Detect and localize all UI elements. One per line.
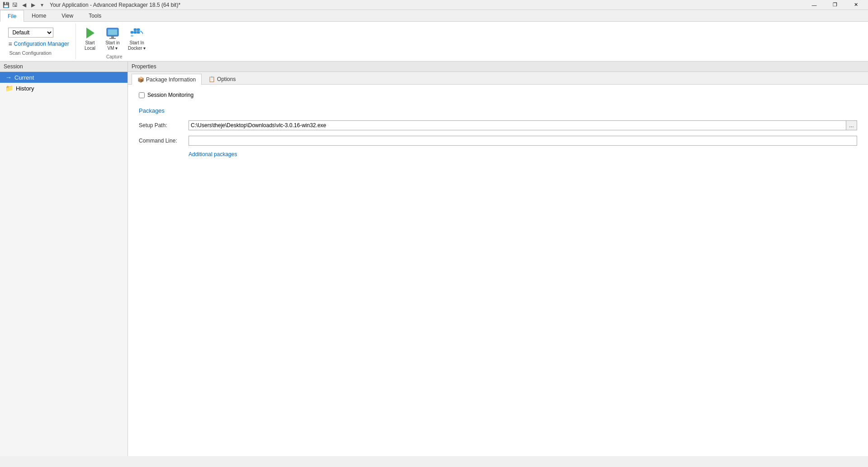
setup-path-wrapper: … bbox=[189, 120, 857, 130]
start-vm-icon bbox=[105, 26, 120, 40]
svg-rect-5 bbox=[131, 31, 133, 33]
capture-buttons: StartLocal Start inVM ▾ bbox=[80, 24, 149, 53]
svg-point-10 bbox=[131, 35, 133, 37]
capture-group-label: Capture bbox=[106, 54, 123, 59]
ribbon-group-config: Default ≡ Configuration Manager Scan Con… bbox=[4, 24, 76, 59]
svg-rect-3 bbox=[111, 36, 114, 38]
start-docker-label: Start InDocker ▾ bbox=[128, 40, 146, 51]
start-vm-label: Start inVM ▾ bbox=[105, 40, 120, 51]
ribbon-group-capture: StartLocal Start inVM ▾ bbox=[76, 24, 152, 59]
svg-rect-4 bbox=[109, 38, 116, 39]
tab-file[interactable]: File bbox=[0, 10, 24, 22]
svg-marker-0 bbox=[86, 28, 94, 38]
minimize-button[interactable]: — bbox=[804, 0, 825, 10]
sidebar-item-current-label: Current bbox=[14, 74, 34, 81]
current-icon: → bbox=[5, 74, 12, 81]
sidebar-item-history-label: History bbox=[16, 85, 34, 92]
tab-package-info-label: Package Information bbox=[146, 76, 196, 83]
window-title: Your Application - Advanced Repackager 1… bbox=[50, 2, 180, 8]
additional-packages-link[interactable]: Additional packages bbox=[189, 151, 237, 157]
packages-section-title: Packages bbox=[139, 107, 857, 114]
session-monitoring-label: Session Monitoring bbox=[147, 92, 193, 98]
setup-path-label: Setup Path: bbox=[139, 122, 189, 129]
forward-button[interactable]: ▶ bbox=[29, 1, 37, 9]
history-icon: 📁 bbox=[5, 85, 13, 92]
tab-options[interactable]: 📋 Options bbox=[203, 74, 241, 84]
setup-path-row: Setup Path: … bbox=[139, 120, 857, 130]
tab-tools[interactable]: Tools bbox=[81, 10, 109, 21]
content-panel: Properties 📦 Package Information 📋 Optio… bbox=[128, 62, 868, 456]
profile-select[interactable]: Default bbox=[8, 28, 53, 38]
sidebar: Session → Current 📁 History bbox=[0, 62, 128, 456]
command-line-label: Command Line: bbox=[139, 138, 189, 144]
svg-rect-2 bbox=[108, 29, 117, 35]
package-info-icon: 📦 bbox=[137, 76, 144, 83]
form-area: Session Monitoring Packages Setup Path: … bbox=[128, 85, 868, 456]
quick-access-toolbar: 💾 🖫 ◀ ▶ ▾ Your Application - Advanced Re… bbox=[2, 1, 180, 9]
window-controls: — ❐ ✕ bbox=[804, 0, 866, 10]
options-icon: 📋 bbox=[208, 76, 215, 82]
config-manager-link[interactable]: Configuration Manager bbox=[14, 41, 69, 47]
properties-tab-bar: 📦 Package Information 📋 Options bbox=[128, 72, 868, 85]
command-line-wrapper bbox=[189, 136, 857, 146]
tab-view[interactable]: View bbox=[54, 10, 81, 21]
svg-rect-7 bbox=[137, 31, 140, 33]
svg-rect-9 bbox=[137, 29, 140, 31]
start-docker-icon bbox=[130, 26, 144, 40]
main-layout: Session → Current 📁 History Properties 📦… bbox=[0, 62, 868, 456]
config-manager-row: ≡ Configuration Manager bbox=[8, 40, 69, 48]
additional-packages-row: Additional packages bbox=[139, 151, 857, 157]
restore-button[interactable]: ❐ bbox=[825, 0, 845, 10]
config-manager-icon: ≡ bbox=[8, 40, 12, 48]
save-button[interactable]: 💾 bbox=[2, 1, 10, 9]
command-line-row: Command Line: bbox=[139, 136, 857, 146]
tab-package-info[interactable]: 📦 Package Information bbox=[132, 74, 202, 85]
save-all-button[interactable]: 🖫 bbox=[11, 1, 19, 9]
dropdown-row: Default bbox=[8, 28, 53, 38]
tab-options-label: Options bbox=[217, 76, 236, 82]
start-local-icon bbox=[83, 26, 97, 40]
start-vm-button[interactable]: Start inVM ▾ bbox=[102, 24, 123, 53]
setup-path-browse-button[interactable]: … bbox=[846, 120, 857, 130]
sidebar-header: Session bbox=[0, 62, 127, 72]
tab-home[interactable]: Home bbox=[24, 10, 54, 21]
start-local-label: StartLocal bbox=[85, 40, 95, 51]
sidebar-item-current[interactable]: → Current bbox=[0, 72, 127, 83]
ribbon-tabs: File Home View Tools bbox=[0, 10, 868, 22]
svg-rect-8 bbox=[134, 29, 137, 31]
command-line-input[interactable] bbox=[189, 136, 857, 146]
dropdown-button[interactable]: ▾ bbox=[38, 1, 46, 9]
title-bar: 💾 🖫 ◀ ▶ ▾ Your Application - Advanced Re… bbox=[0, 0, 868, 10]
sidebar-item-history[interactable]: 📁 History bbox=[0, 83, 127, 94]
start-local-button[interactable]: StartLocal bbox=[80, 24, 100, 53]
setup-path-input[interactable] bbox=[189, 120, 846, 130]
ribbon-content: Default ≡ Configuration Manager Scan Con… bbox=[0, 22, 868, 62]
scan-config-label: Scan Configuration bbox=[8, 50, 52, 56]
back-button[interactable]: ◀ bbox=[20, 1, 28, 9]
session-monitoring-row: Session Monitoring bbox=[139, 92, 857, 98]
start-docker-button[interactable]: Start InDocker ▾ bbox=[125, 24, 149, 53]
properties-header: Properties bbox=[128, 62, 868, 72]
session-monitoring-checkbox[interactable] bbox=[139, 92, 145, 98]
close-button[interactable]: ✕ bbox=[845, 0, 866, 10]
svg-rect-6 bbox=[134, 31, 137, 33]
